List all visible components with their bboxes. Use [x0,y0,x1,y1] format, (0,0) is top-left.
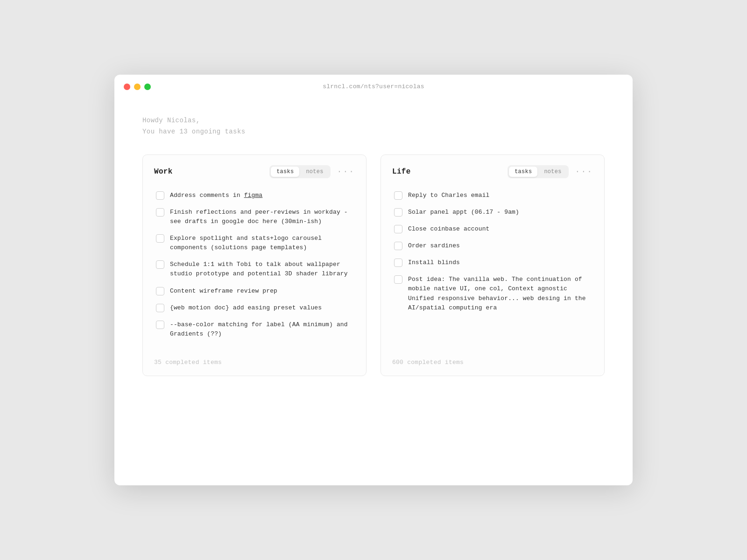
traffic-lights [124,84,151,90]
work-panel-title: Work [154,168,269,176]
table-row: Post idea: The vanilla web. The continua… [392,272,593,316]
greeting: Howdy Nicolas, You have 13 ongoing tasks [142,115,605,138]
work-tab-tasks[interactable]: tasks [271,167,299,177]
work-panel-footer: 35 completed items [154,353,355,366]
table-row: Address comments in figma [154,188,355,203]
work-tab-notes[interactable]: notes [300,167,329,177]
panels-row: Work tasks notes ··· Address comments in… [142,154,605,377]
table-row: {web motion doc} add easing preset value… [154,300,355,316]
task-checkbox[interactable] [156,260,164,269]
task-text: Address comments in figma [170,191,262,200]
work-completed-count: 35 completed items [154,359,222,366]
table-row: --base-color matching for label (AA mini… [154,317,355,342]
work-task-list: Address comments in figma Finish reflect… [154,188,355,343]
browser-titlebar: slrncl.com/nts?user=nicolas [114,75,633,97]
task-checkbox[interactable] [394,259,402,267]
task-checkbox[interactable] [394,225,402,233]
task-text: Order sardines [408,241,460,251]
work-panel-menu[interactable]: ··· [337,168,355,176]
table-row: Explore spotlight and stats+logo carouse… [154,231,355,256]
browser-window: slrncl.com/nts?user=nicolas Howdy Nicola… [114,75,633,485]
task-text: {web motion doc} add easing preset value… [170,303,322,313]
minimize-button[interactable] [134,84,141,90]
task-text: Explore spotlight and stats+logo carouse… [170,234,353,252]
task-checkbox[interactable] [156,191,164,200]
work-tab-group: tasks notes [269,165,330,178]
work-panel-header: Work tasks notes ··· [154,165,355,178]
task-checkbox[interactable] [394,275,402,284]
task-text: Finish reflections and peer-reviews in w… [170,208,353,226]
table-row: Close coinbase account [392,221,593,237]
table-row: Finish reflections and peer-reviews in w… [154,204,355,230]
work-panel: Work tasks notes ··· Address comments in… [142,154,366,377]
life-tab-notes[interactable]: notes [538,167,567,177]
life-tab-tasks[interactable]: tasks [509,167,537,177]
task-text: Close coinbase account [408,224,490,234]
task-text: Schedule 1:1 with Tobi to talk about wal… [170,260,353,279]
task-text: Reply to Charles email [408,191,490,200]
close-button[interactable] [124,84,130,90]
table-row: Reply to Charles email [392,188,593,203]
table-row: Content wireframe review prep [154,283,355,299]
task-checkbox[interactable] [156,287,164,295]
task-checkbox[interactable] [394,208,402,217]
table-row: Install blinds [392,255,593,271]
task-checkbox[interactable] [156,304,164,312]
life-panel: Life tasks notes ··· Reply to Charles em… [381,154,605,377]
table-row: Order sardines [392,238,593,254]
task-text: Solar panel appt (06.17 - 9am) [408,208,519,217]
task-text: Install blinds [408,258,460,267]
life-panel-footer: 600 completed items [392,353,593,366]
life-task-list: Reply to Charles email Solar panel appt … [392,188,593,343]
task-checkbox[interactable] [156,234,164,243]
browser-content: Howdy Nicolas, You have 13 ongoing tasks… [114,97,633,485]
task-checkbox[interactable] [156,321,164,329]
figma-link[interactable]: figma [244,192,263,199]
life-completed-count: 600 completed items [392,359,464,366]
task-text: Post idea: The vanilla web. The continua… [408,275,591,313]
table-row: Schedule 1:1 with Tobi to talk about wal… [154,257,355,282]
greeting-line2: You have 13 ongoing tasks [142,126,605,138]
greeting-line1: Howdy Nicolas, [142,115,605,126]
task-checkbox[interactable] [156,208,164,217]
life-tab-group: tasks notes [507,165,568,178]
life-panel-title: Life [392,168,507,176]
maximize-button[interactable] [144,84,151,90]
task-text: --base-color matching for label (AA mini… [170,320,353,339]
task-checkbox[interactable] [394,191,402,200]
task-text: Content wireframe review prep [170,287,277,296]
table-row: Solar panel appt (06.17 - 9am) [392,204,593,220]
task-checkbox[interactable] [394,242,402,250]
life-panel-menu[interactable]: ··· [575,168,593,176]
url-bar: slrncl.com/nts?user=nicolas [323,83,424,90]
life-panel-header: Life tasks notes ··· [392,165,593,178]
